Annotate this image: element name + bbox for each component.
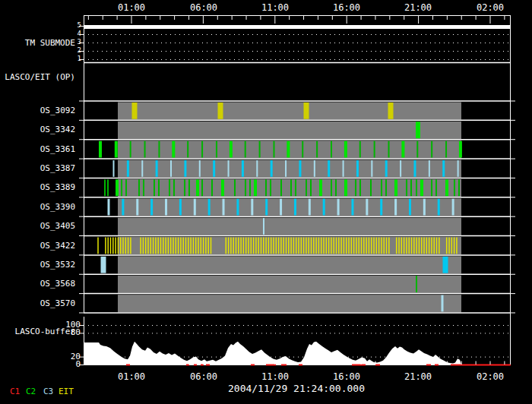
event-tick-os_3387 (413, 160, 416, 177)
buffer-gap-red-segment (435, 365, 439, 366)
event-tick-os_3389 (184, 179, 185, 196)
event-tick-os_3422 (255, 238, 257, 254)
event-tick-os_3389 (319, 179, 322, 196)
event-tick-os_3422 (356, 238, 357, 254)
submode-scale-label: 1 (74, 55, 81, 62)
event-tick-os_3390 (136, 199, 138, 216)
event-tick-os_3390 (179, 199, 182, 216)
event-tick-os_3422 (376, 238, 378, 254)
event-tick-os_3422 (178, 238, 179, 254)
bottom-axis-label: 11:00 (256, 372, 294, 381)
event-tick-os_3390 (108, 199, 110, 216)
event-tick-os_3422 (228, 238, 230, 254)
event-tick-os_3390 (351, 199, 353, 216)
event-tick-os_3389 (295, 179, 296, 196)
event-tick-os_3389 (265, 179, 267, 196)
event-tick-os_3389 (410, 179, 412, 196)
event-tick-os_3422 (143, 238, 144, 254)
event-tick-os_3389 (431, 179, 432, 196)
event-tick-os_3389 (270, 179, 271, 196)
event-tick-os_3390 (323, 199, 325, 216)
event-tick-os_3422 (147, 238, 149, 254)
event-tick-os_3389 (280, 179, 282, 196)
event-tick-os_3422 (163, 238, 164, 254)
event-tick-os_3389 (169, 179, 170, 196)
event-tick-os_3422 (190, 238, 192, 254)
event-tick-os_3390 (251, 199, 253, 216)
event-tick-os_3422 (263, 238, 264, 254)
event-tick-os_3387 (328, 160, 330, 177)
event-tick-os_3390 (394, 199, 397, 216)
event-tick-os_3361 (302, 141, 303, 158)
row-label: OS_3342 (0, 125, 75, 134)
event-tick-os_3387 (400, 160, 401, 177)
event-tick-os_3390 (380, 199, 382, 216)
buffer-gap-red-segment (375, 365, 380, 366)
buffer-area-series (84, 342, 461, 365)
event-tick-os_3422 (173, 238, 174, 254)
event-tick-os_3390 (409, 199, 411, 216)
event-tick-os_3389 (331, 179, 332, 196)
event-tick-os_3422 (268, 238, 270, 254)
event-tick-os_3422 (283, 238, 284, 254)
event-tick-os_3092 (388, 103, 394, 119)
event-tick-os_3422 (371, 238, 372, 254)
row-label: OS_3390 (0, 203, 75, 211)
event-tick-os_3422 (251, 238, 252, 254)
top-axis-label: 02:00 (471, 3, 509, 12)
event-tick-os_3422 (261, 238, 262, 254)
event-tick-os_3422 (120, 238, 122, 254)
row-label: OS_3405 (0, 222, 75, 230)
event-tick-os_3390 (236, 199, 239, 216)
event-tick-os_3389 (234, 179, 236, 196)
event-tick-os_3422 (160, 238, 162, 254)
event-tick-os_3422 (366, 238, 367, 254)
event-tick-os_3422 (180, 238, 182, 254)
event-tick-os_3361 (344, 141, 347, 158)
timestamp: 2004/11/29 21:24:00.000 (182, 383, 410, 393)
event-tick-os_3422 (321, 238, 322, 254)
event-tick-os_3387 (299, 160, 301, 177)
event-tick-os_3422 (205, 238, 207, 254)
daily-plan-band (118, 160, 461, 178)
event-tick-os_3532 (443, 257, 448, 273)
buffer-gap-red-segment (352, 365, 366, 366)
event-tick-os_3422 (408, 238, 410, 254)
event-tick-os_3361 (445, 141, 447, 158)
event-tick-os_3422 (336, 238, 337, 254)
event-tick-os_3389 (249, 179, 251, 196)
event-tick-os_3422 (398, 238, 400, 254)
event-tick-os_3389 (406, 179, 407, 196)
event-tick-os_3389 (173, 179, 175, 196)
event-tick-os_3422 (303, 238, 305, 254)
event-tick-os_3389 (107, 179, 109, 196)
event-tick-os_3422 (198, 238, 199, 254)
event-tick-os_3389 (245, 179, 246, 196)
event-tick-os_3361 (259, 141, 261, 158)
event-tick-os_3390 (223, 199, 225, 216)
event-tick-os_3422 (396, 238, 397, 254)
row-label: OS_3532 (0, 260, 75, 269)
op-panel-label: LASCO/EIT (OP) (0, 73, 75, 81)
event-tick-os_3422 (195, 238, 197, 254)
event-tick-os_3361 (187, 141, 188, 158)
buffer-gap-red-segment (266, 365, 276, 366)
event-tick-os_3387 (256, 160, 258, 177)
event-tick-os_3389 (344, 179, 347, 196)
event-tick-os_3389 (381, 179, 382, 196)
event-tick-os_3422 (401, 238, 403, 254)
event-tick-os_3422 (331, 238, 332, 254)
event-tick-os_3387 (213, 160, 215, 177)
event-tick-os_3422 (248, 238, 249, 254)
event-tick-os_3389 (116, 179, 119, 196)
event-tick-os_3390 (337, 199, 340, 216)
buffer-ytick-label: 20 (0, 352, 81, 361)
event-tick-os_3422 (271, 238, 272, 254)
event-tick-os_3422 (431, 238, 432, 254)
event-tick-os_3422 (276, 238, 277, 254)
event-tick-os_3532 (101, 257, 106, 273)
event-tick-os_3389 (335, 179, 337, 196)
event-tick-os_3387 (228, 160, 230, 177)
event-tick-os_3422 (165, 238, 166, 254)
daily-plan-band (118, 256, 461, 273)
